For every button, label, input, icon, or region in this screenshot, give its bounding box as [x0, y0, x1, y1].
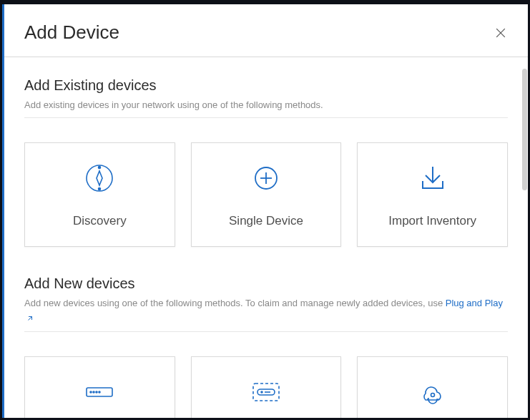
- card-import-inventory[interactable]: Import Inventory: [357, 142, 508, 247]
- add-device-modal: Add Device Add Existing devices Add exis…: [2, 4, 528, 418]
- download-icon: [416, 161, 450, 195]
- modal-body: Add Existing devices Add existing device…: [4, 57, 528, 418]
- card-new-device-3[interactable]: [357, 356, 508, 418]
- cloud-sync-icon: [413, 378, 453, 406]
- svg-point-4: [99, 166, 101, 168]
- section-desc-text: Add new devices using one of the followi…: [24, 298, 446, 308]
- section-title: Add Existing devices: [24, 77, 508, 94]
- device-dashed-icon: [246, 378, 286, 406]
- card-new-device-1[interactable]: [24, 356, 175, 418]
- card-label: Discovery: [73, 214, 127, 228]
- svg-point-13: [96, 391, 97, 393]
- plus-circle-icon: [249, 161, 283, 195]
- new-cards: [24, 356, 508, 418]
- modal-title: Add Device: [24, 21, 119, 44]
- external-link-icon: [26, 313, 34, 328]
- card-single-device[interactable]: Single Device: [191, 142, 342, 247]
- existing-cards: Discovery Single Device: [24, 142, 508, 247]
- svg-point-14: [99, 391, 100, 393]
- svg-point-17: [261, 391, 262, 393]
- section-desc: Add new devices using one of the followi…: [24, 296, 508, 333]
- svg-point-5: [99, 187, 101, 190]
- svg-point-12: [93, 391, 94, 393]
- svg-point-2: [87, 165, 112, 191]
- switch-device-icon: [79, 378, 119, 406]
- card-new-device-2[interactable]: [191, 356, 342, 418]
- close-icon: [494, 26, 508, 40]
- modal-header: Add Device: [4, 4, 528, 57]
- card-label: Single Device: [229, 214, 303, 228]
- card-discovery[interactable]: Discovery: [24, 142, 175, 247]
- section-new-devices: Add New devices Add new devices using on…: [24, 275, 508, 418]
- section-existing-devices: Add Existing devices Add existing device…: [24, 77, 508, 247]
- card-label: Import Inventory: [388, 214, 476, 228]
- compass-icon: [82, 161, 117, 195]
- svg-point-11: [90, 391, 92, 393]
- section-title: Add New devices: [24, 275, 508, 292]
- svg-point-19: [431, 394, 434, 397]
- section-desc: Add existing devices in your network usi…: [24, 98, 508, 118]
- scrollbar[interactable]: [522, 69, 527, 190]
- svg-marker-3: [97, 171, 102, 185]
- close-button[interactable]: [494, 26, 508, 40]
- link-text: Plug and Play: [446, 298, 503, 308]
